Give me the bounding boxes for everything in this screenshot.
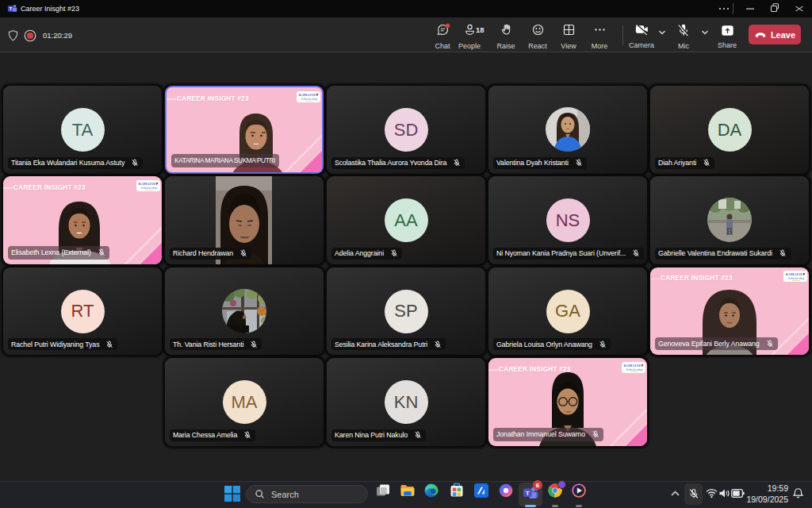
svg-text:Scholarship: Scholarship	[788, 276, 806, 280]
svg-text:Scholarship: Scholarship	[301, 97, 319, 101]
svg-text:T: T	[526, 490, 530, 497]
svg-text:Scholarship: Scholarship	[626, 368, 644, 371]
svg-text:Scholarship: Scholarship	[141, 186, 159, 190]
svg-text:T: T	[10, 6, 13, 11]
